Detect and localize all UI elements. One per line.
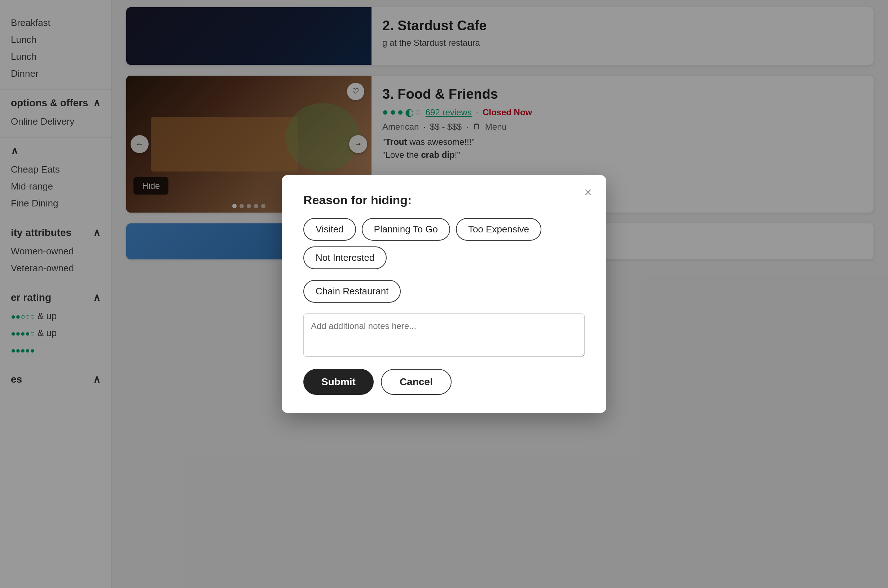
reason-chips-container: Visited Planning To Go Too Expensive Not…: [303, 218, 585, 269]
notes-textarea[interactable]: [303, 314, 585, 357]
modal-title: Reason for hiding:: [303, 193, 585, 207]
chip-not-interested[interactable]: Not Interested: [303, 246, 387, 269]
chip-too-expensive[interactable]: Too Expensive: [456, 218, 541, 241]
chip-visited[interactable]: Visited: [303, 218, 356, 241]
chip-planning-to-go[interactable]: Planning To Go: [362, 218, 450, 241]
hide-reason-modal: Reason for hiding: × Visited Planning To…: [282, 175, 606, 413]
modal-close-button[interactable]: ×: [584, 186, 592, 199]
cancel-button[interactable]: Cancel: [381, 369, 452, 395]
modal-actions: Submit Cancel: [303, 369, 585, 395]
chip-chain-restaurant[interactable]: Chain Restaurant: [303, 280, 401, 303]
modal-overlay[interactable]: Reason for hiding: × Visited Planning To…: [0, 0, 888, 588]
submit-button[interactable]: Submit: [303, 369, 374, 395]
